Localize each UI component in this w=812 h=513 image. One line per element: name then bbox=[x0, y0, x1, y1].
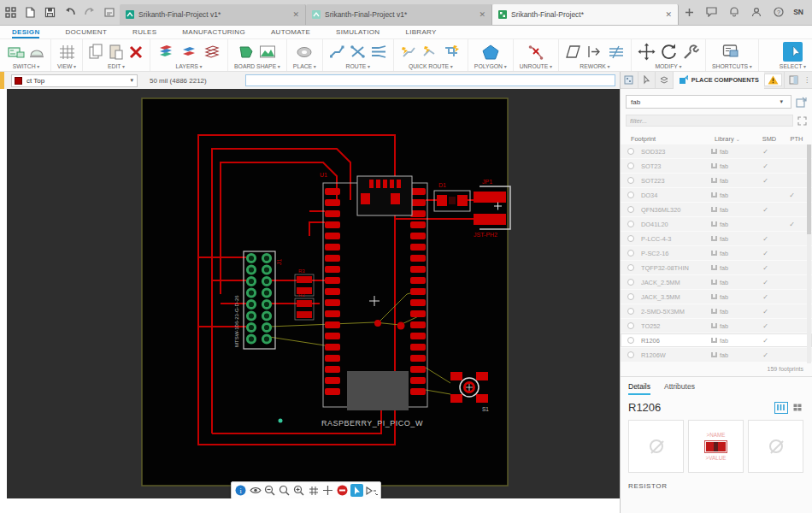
footprint-radio[interactable] bbox=[627, 351, 634, 358]
footprint-row[interactable]: QFN36ML320fab✓ bbox=[621, 203, 812, 217]
panel-tab-place-components[interactable]: PLACE COMPONENTS bbox=[674, 72, 764, 89]
document-tab-active[interactable]: Srikanth-Final-Project* ✕ bbox=[492, 4, 679, 25]
footprint-row[interactable]: DO41L20fab✓ bbox=[621, 217, 812, 232]
column-smd[interactable]: SMD bbox=[756, 135, 783, 143]
toolbar-group-shortcuts[interactable]: SHORTCUTS bbox=[706, 39, 759, 71]
new-file-icon[interactable] bbox=[23, 5, 38, 20]
toolbar-group-polygon[interactable]: POLYGON bbox=[468, 39, 514, 71]
footprint-radio[interactable] bbox=[627, 322, 634, 329]
footprint-row[interactable]: DO34fab✓ bbox=[621, 188, 812, 203]
notifications-icon[interactable] bbox=[727, 5, 741, 20]
footprint-row[interactable]: SOT23fab✓ bbox=[621, 159, 812, 174]
footprint-radio[interactable] bbox=[627, 337, 634, 344]
feedback-icon[interactable] bbox=[704, 5, 719, 20]
footprint-row[interactable]: JACK_2.5MMfab✓ bbox=[621, 275, 812, 290]
tab-details[interactable]: Details bbox=[628, 382, 650, 395]
close-icon[interactable]: ✕ bbox=[665, 10, 672, 19]
footprint-row[interactable]: R1206Wfab✓ bbox=[621, 348, 812, 363]
footprint-radio[interactable] bbox=[627, 206, 634, 213]
toolbar-group-view[interactable]: VIEW bbox=[51, 39, 83, 71]
toolbar-group-unroute[interactable]: UNROUTE bbox=[514, 39, 559, 71]
help-icon[interactable]: ? bbox=[771, 5, 786, 20]
save-icon[interactable] bbox=[43, 5, 57, 20]
toolbar-group-modify[interactable]: MODIFY bbox=[632, 39, 706, 71]
footprint-row[interactable]: 2-SMD-5X3MMfab✓ bbox=[621, 304, 812, 319]
command-input[interactable] bbox=[245, 74, 615, 86]
footprint-filter-input[interactable] bbox=[626, 115, 793, 127]
toolbar-group-switch[interactable]: SWITCH bbox=[2, 39, 51, 71]
panel-tab-layers-icon[interactable] bbox=[656, 72, 674, 89]
footprint-row[interactable]: SOD323fab✓ bbox=[621, 144, 812, 159]
tab-attributes[interactable]: Attributes bbox=[664, 382, 695, 395]
user-avatar[interactable]: SN bbox=[793, 8, 803, 16]
panel-tab-inspect-icon[interactable] bbox=[638, 72, 656, 89]
stop-icon[interactable] bbox=[336, 484, 349, 497]
info-icon[interactable]: i bbox=[234, 484, 247, 497]
scrollbar[interactable] bbox=[807, 144, 811, 363]
expand-icon[interactable] bbox=[797, 116, 807, 126]
pcb-canvas[interactable]: MTSW-106-23-G-D-26 J1 R3 R2 bbox=[7, 89, 620, 498]
user-icon[interactable] bbox=[749, 5, 763, 20]
drc-warning-button[interactable] bbox=[764, 74, 783, 86]
footprint-row[interactable]: P-LCC-4-3fab✓ bbox=[621, 232, 812, 246]
close-icon[interactable]: ✕ bbox=[479, 10, 485, 19]
toolbar-group-layers[interactable]: LAYERS bbox=[150, 39, 228, 71]
document-tab-1[interactable]: Srikanth-Final-Project v1* ✕ bbox=[120, 4, 306, 25]
footprint-radio[interactable] bbox=[627, 221, 634, 227]
column-footprint[interactable]: Footprint bbox=[631, 135, 715, 143]
footprint-radio[interactable] bbox=[627, 148, 634, 155]
home-icon[interactable] bbox=[102, 5, 116, 20]
toolbar-group-edit[interactable]: EDIT bbox=[83, 39, 150, 71]
crosshair-icon[interactable] bbox=[321, 484, 334, 497]
scrollbar-thumb[interactable] bbox=[807, 144, 811, 234]
layer-select[interactable]: ct Top ▾ bbox=[11, 74, 138, 87]
menu-tab-simulation[interactable]: SIMULATION bbox=[336, 28, 380, 38]
toolbar-group-quick-route[interactable]: QUICK ROUTE bbox=[394, 39, 468, 71]
preview-card-3d[interactable] bbox=[748, 420, 803, 473]
footprint-radio[interactable] bbox=[627, 264, 634, 271]
undo-icon[interactable] bbox=[62, 5, 77, 20]
menu-tab-design[interactable]: DESIGN bbox=[12, 28, 39, 38]
footprint-radio[interactable] bbox=[627, 293, 634, 300]
footprint-row[interactable]: SOT223fab✓ bbox=[621, 174, 812, 188]
footprint-radio[interactable] bbox=[627, 250, 634, 256]
document-tab-2[interactable]: Srikanth-Final-Project v1* ✕ bbox=[306, 4, 492, 25]
library-select[interactable]: fab ▾ bbox=[626, 95, 791, 109]
zoom-window-icon[interactable] bbox=[278, 484, 291, 497]
footprint-row[interactable]: P-SC2-16fab✓ bbox=[621, 246, 812, 261]
menu-tab-automate[interactable]: AUTOMATE bbox=[271, 28, 310, 38]
column-library[interactable]: Library ⌄ bbox=[715, 135, 756, 143]
footprint-row[interactable]: TO252fab✓ bbox=[621, 319, 812, 333]
playback-icon[interactable] bbox=[365, 484, 378, 497]
footprint-row[interactable]: R1206fab✓ bbox=[621, 333, 812, 348]
grid-view-icon[interactable] bbox=[791, 402, 804, 414]
toolbar-group-rework[interactable]: REWORK bbox=[559, 39, 632, 71]
footprint-radio[interactable] bbox=[627, 162, 634, 169]
close-icon[interactable]: ✕ bbox=[292, 10, 299, 19]
column-pth[interactable]: PTH bbox=[783, 135, 810, 143]
footprint-row[interactable]: TQFP32-08THINfab✓ bbox=[621, 261, 812, 275]
list-view-icon[interactable] bbox=[774, 402, 788, 414]
footprint-radio[interactable] bbox=[627, 192, 634, 198]
panel-dock-icon[interactable] bbox=[784, 72, 802, 89]
footprint-row[interactable]: JACK_3.5MMfab✓ bbox=[621, 290, 812, 304]
grid-toggle-icon[interactable] bbox=[307, 484, 320, 497]
toolbar-group-select[interactable]: SELECT bbox=[774, 39, 812, 71]
menu-tab-manufacturing[interactable]: MANUFACTURING bbox=[182, 28, 245, 38]
panel-tab-board-icon[interactable] bbox=[621, 72, 638, 89]
toolbar-group-route[interactable]: ROUTE bbox=[323, 39, 394, 71]
zoom-out-icon[interactable] bbox=[263, 484, 276, 497]
preview-card-footprint[interactable]: >NAME >VALUE bbox=[688, 420, 744, 473]
zoom-in-icon[interactable] bbox=[292, 484, 305, 497]
app-grid-icon[interactable] bbox=[3, 5, 18, 20]
redo-icon[interactable] bbox=[82, 5, 97, 20]
menu-tab-document[interactable]: DOCUMENT bbox=[65, 28, 107, 38]
menu-tab-rules[interactable]: RULES bbox=[132, 28, 156, 38]
menu-tab-library[interactable]: LIBRARY bbox=[405, 28, 436, 38]
select-tool-icon[interactable] bbox=[350, 484, 363, 497]
visibility-icon[interactable] bbox=[249, 484, 262, 497]
via-dot[interactable] bbox=[397, 322, 405, 330]
via-dot[interactable] bbox=[374, 320, 381, 327]
footprint-radio[interactable] bbox=[627, 279, 634, 286]
preview-card-symbol[interactable] bbox=[628, 420, 684, 473]
